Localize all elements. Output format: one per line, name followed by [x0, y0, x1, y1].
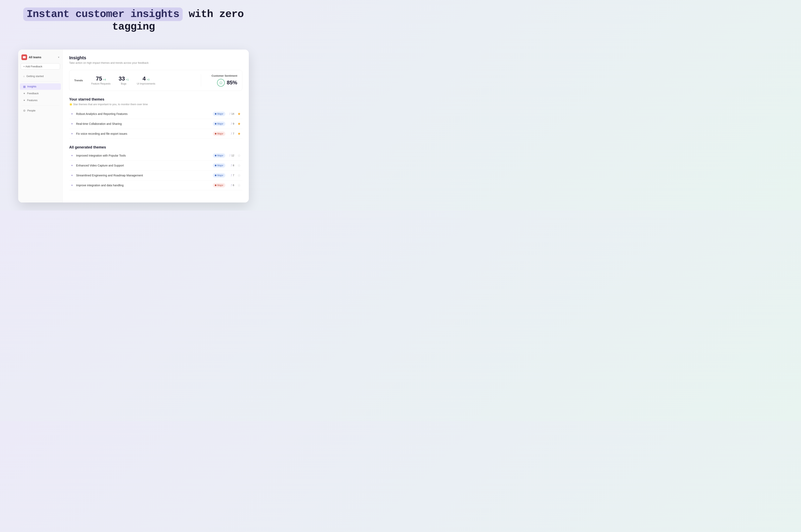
star-button[interactable]: ☆ — [237, 163, 241, 168]
star-button[interactable]: ☆ — [237, 183, 241, 188]
star-button[interactable]: ☆ — [237, 153, 241, 158]
table-row[interactable]: ✦ Robust Analytics and Reporting Feature… — [69, 109, 242, 119]
badge-label: Major — [217, 132, 223, 135]
major-badge: Major — [213, 153, 225, 158]
badge-dot-icon — [215, 175, 216, 176]
sidebar-item-getting-started[interactable]: ○ Getting started — [20, 73, 61, 79]
feedback-icon: ✦ — [23, 92, 25, 95]
badge-label: Major — [217, 112, 223, 115]
theme-count: ⤴ 12 — [227, 154, 234, 157]
team-chevron-icon: ▾ — [58, 56, 59, 59]
stat-delta-bugs: +1 — [126, 78, 129, 81]
smiley-face: ☺ — [219, 80, 223, 86]
sidebar-item-features[interactable]: ✦ Features — [20, 97, 61, 103]
stat-name-feature-requests: Feature Requests — [91, 82, 111, 85]
stat-delta-feature-requests: +4 — [103, 78, 106, 81]
theme-count: ⤴ 9 — [227, 122, 234, 125]
trend-up-icon: ⤴ — [231, 132, 232, 135]
insights-label: Insights — [27, 85, 36, 88]
major-badge-red: Major — [213, 132, 225, 136]
theme-sparkle-icon: ✦ — [71, 184, 74, 187]
sentiment-score: ☺ 85% — [217, 79, 237, 87]
major-badge: Major — [213, 163, 225, 168]
badge-label: Major — [217, 174, 223, 177]
stat-number-ui: 4 +0 — [142, 75, 150, 82]
theme-sparkle-icon: ✦ — [71, 154, 74, 157]
stat-feature-requests: 75 +4 Feature Requests — [91, 75, 111, 85]
badge-label: Major — [217, 154, 223, 157]
theme-count: ⤴ 8 — [227, 164, 234, 167]
star-button[interactable]: ★ — [237, 121, 241, 126]
page-subtitle: Take action on high impact themes and tr… — [69, 61, 242, 64]
trend-up-icon: ⤴ — [229, 112, 231, 115]
count-value: 8 — [233, 164, 234, 167]
trends-section: Trends 75 +4 Feature Requests 33 +1 — [69, 70, 242, 91]
page-title: Insights — [69, 55, 242, 60]
stat-number-bugs: 33 +1 — [118, 75, 129, 82]
count-value: 14 — [231, 112, 234, 115]
sidebar-header[interactable]: All teams ▾ — [18, 53, 62, 63]
trend-up-icon: ⤴ — [231, 184, 232, 187]
hero-section: Instant customer insights with zero tagg… — [4, 8, 263, 41]
circle-icon: ○ — [23, 75, 25, 78]
table-row[interactable]: ✦ Enhanced Video Capture and Support Maj… — [69, 160, 242, 171]
theme-sparkle-icon: ✦ — [71, 132, 74, 135]
sentiment-percent: 85% — [227, 79, 237, 86]
trend-up-icon: ⤴ — [231, 164, 232, 167]
team-name: All teams — [29, 56, 41, 59]
major-badge-red: Major — [213, 183, 225, 188]
getting-started-label: Getting started — [26, 75, 43, 78]
star-button[interactable]: ☆ — [237, 173, 241, 177]
table-row[interactable]: ✦ Improved Integration with Popular Tool… — [69, 151, 242, 160]
app-container: All teams ▾ + Add Feedback ○ Getting sta… — [18, 50, 249, 203]
badge-dot-icon — [215, 185, 216, 186]
trends-stats: 75 +4 Feature Requests 33 +1 Bugs — [91, 75, 196, 85]
starred-themes-subtitle: ⭐ Star themes that are important to you,… — [69, 103, 242, 106]
star-button[interactable]: ★ — [237, 112, 241, 116]
theme-name: Real-time Collaboration and Sharing — [76, 122, 211, 126]
features-label: Features — [27, 99, 37, 102]
starred-themes-title: Your starred themes — [69, 97, 242, 101]
sidebar-item-insights[interactable]: ▦ Insights — [20, 83, 61, 90]
star-button[interactable]: ★ — [237, 132, 241, 136]
count-value: 9 — [233, 122, 234, 125]
add-feedback-button[interactable]: + Add Feedback — [21, 63, 60, 70]
people-label: People — [27, 109, 35, 112]
trend-up-icon: ⤴ — [231, 174, 232, 177]
table-row[interactable]: ✦ Real-time Collaboration and Sharing Ma… — [69, 119, 242, 129]
hero-title-highlight: Instant customer insights — [23, 7, 183, 21]
theme-name: Enhanced Video Capture and Support — [76, 164, 211, 167]
sidebar: All teams ▾ + Add Feedback ○ Getting sta… — [18, 50, 63, 203]
trends-label: Trends — [74, 79, 87, 82]
badge-dot-icon — [215, 113, 216, 115]
main-content: Insights Take action on high impact them… — [63, 50, 249, 203]
badge-dot-icon — [215, 165, 216, 166]
theme-sparkle-icon: ✦ — [71, 112, 74, 115]
count-value: 7 — [233, 132, 234, 135]
theme-sparkle-icon: ✦ — [71, 174, 74, 177]
badge-label: Major — [217, 122, 223, 125]
theme-sparkle-icon: ✦ — [71, 122, 74, 126]
add-feedback-label: + Add Feedback — [23, 65, 42, 68]
sidebar-item-people[interactable]: ⚙ People — [20, 108, 61, 114]
theme-count: ⤴ 7 — [227, 174, 234, 177]
hero-title: Instant customer insights with zero tagg… — [4, 8, 263, 33]
badge-label: Major — [217, 164, 223, 167]
major-badge: Major — [213, 173, 225, 177]
badge-dot-icon — [215, 155, 216, 156]
generated-themes-title: All generated themes — [69, 145, 242, 150]
sidebar-item-feedback[interactable]: ✦ Feedback — [20, 90, 61, 97]
people-icon: ⚙ — [23, 109, 26, 112]
badge-label: Major — [217, 184, 223, 187]
table-row[interactable]: ✦ Fix voice recording and file export is… — [69, 129, 242, 139]
sentiment-label: Customer Sentiment — [212, 74, 237, 77]
theme-name: Improved Integration with Popular Tools — [76, 154, 211, 157]
badge-dot-icon — [215, 133, 216, 134]
count-value: 7 — [233, 174, 234, 177]
table-row[interactable]: ✦ Streamlined Engineering and Roadmap Ma… — [69, 171, 242, 180]
feedback-label: Feedback — [27, 92, 39, 95]
table-row[interactable]: ✦ Improve integration and data handling … — [69, 180, 242, 190]
badge-dot-icon — [215, 123, 216, 125]
theme-count: ⤴ 14 — [227, 112, 234, 115]
features-icon: ✦ — [23, 99, 25, 102]
